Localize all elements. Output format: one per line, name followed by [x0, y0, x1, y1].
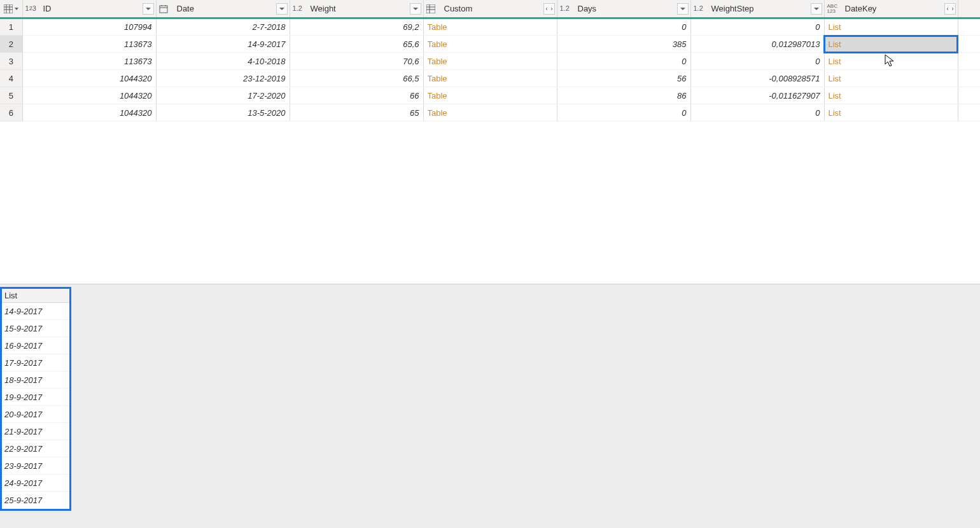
cell-id[interactable]: 1044320: [22, 104, 156, 122]
type-decimal-icon: 1.2: [293, 5, 308, 12]
preview-list-item[interactable]: 22-9-2017: [2, 440, 69, 457]
preview-list-item[interactable]: 21-9-2017: [2, 423, 69, 440]
column-header-weightstep[interactable]: 1.2 WeightStep: [690, 0, 824, 18]
filter-button[interactable]: [410, 3, 421, 15]
cell-id[interactable]: 1044320: [22, 70, 156, 87]
cell-days[interactable]: 385: [557, 36, 690, 53]
row-number[interactable]: 2: [0, 36, 22, 53]
cell-custom-link[interactable]: Table: [428, 91, 447, 101]
cell-weightstep[interactable]: 0: [690, 53, 824, 70]
column-header-datekey[interactable]: ABC123 DateKey: [824, 0, 958, 18]
preview-list-item[interactable]: 18-9-2017: [2, 372, 69, 389]
cell-datekey-link[interactable]: List: [829, 57, 841, 66]
preview-list-item[interactable]: 25-9-2017: [2, 492, 69, 509]
cell-date[interactable]: 17-2-2020: [156, 87, 290, 104]
preview-list-item[interactable]: 23-9-2017: [2, 457, 69, 475]
cell-days[interactable]: 0: [557, 18, 690, 36]
cell-custom[interactable]: Table: [423, 36, 557, 53]
spacer-cell: [958, 87, 980, 104]
preview-list-item[interactable]: 20-9-2017: [2, 406, 69, 423]
preview-list-item[interactable]: 16-9-2017: [2, 337, 69, 354]
row-number[interactable]: 6: [0, 104, 22, 122]
cell-days[interactable]: 86: [557, 87, 690, 104]
preview-list-item[interactable]: 19-9-2017: [2, 389, 69, 406]
cell-weightstep[interactable]: -0,011627907: [690, 87, 824, 104]
cell-date[interactable]: 13-5-2020: [156, 104, 290, 122]
cell-datekey-link[interactable]: List: [829, 74, 841, 83]
preview-list-item[interactable]: 14-9-2017: [2, 303, 69, 320]
cell-weightstep[interactable]: -0,008928571: [690, 70, 824, 87]
cell-id[interactable]: 1044320: [22, 87, 156, 104]
cell-custom[interactable]: Table: [423, 53, 557, 70]
cell-datekey-link[interactable]: List: [829, 22, 841, 32]
cell-id[interactable]: 107994: [22, 18, 156, 36]
table-row[interactable]: 6104432013-5-202065Table00List: [0, 104, 980, 122]
cell-custom-link[interactable]: Table: [428, 108, 447, 118]
table-row[interactable]: 211367314-9-201765,6Table3850,012987013L…: [0, 36, 980, 53]
column-header-days[interactable]: 1.2 Days: [557, 0, 690, 18]
cell-weight[interactable]: 66: [290, 87, 423, 104]
filter-button[interactable]: [143, 3, 154, 15]
cell-custom-link[interactable]: Table: [428, 22, 447, 32]
cell-weightstep[interactable]: 0,012987013: [690, 36, 824, 53]
cell-date[interactable]: 2-7-2018: [156, 18, 290, 36]
row-number[interactable]: 4: [0, 70, 22, 87]
table-row[interactable]: 5104432017-2-202066Table86-0,011627907Li…: [0, 87, 980, 104]
cell-id[interactable]: 113673: [22, 53, 156, 70]
cell-custom[interactable]: Table: [423, 87, 557, 104]
cell-datekey-link[interactable]: List: [829, 108, 841, 118]
cell-custom-link[interactable]: Table: [428, 74, 447, 83]
cell-custom[interactable]: Table: [423, 104, 557, 122]
cell-weightstep[interactable]: 0: [690, 104, 824, 122]
cell-custom[interactable]: Table: [423, 18, 557, 36]
cell-weight[interactable]: 66,5: [290, 70, 423, 87]
cell-datekey[interactable]: List: [824, 36, 958, 53]
preview-list-item[interactable]: 24-9-2017: [2, 475, 69, 492]
row-number[interactable]: 3: [0, 53, 22, 70]
column-header-date[interactable]: Date: [156, 0, 290, 18]
cell-date[interactable]: 14-9-2017: [156, 36, 290, 53]
table-row[interactable]: 11079942-7-201869,2Table00List: [0, 18, 980, 36]
cell-custom-link[interactable]: Table: [428, 57, 447, 66]
cell-days[interactable]: 56: [557, 70, 690, 87]
cell-date[interactable]: 4-10-2018: [156, 53, 290, 70]
table-select-all[interactable]: [0, 0, 22, 18]
preview-list-item[interactable]: 17-9-2017: [2, 354, 69, 372]
cell-datekey[interactable]: List: [824, 104, 958, 122]
cell-id[interactable]: 113673: [22, 36, 156, 53]
preview-list-item[interactable]: 15-9-2017: [2, 320, 69, 337]
table-row[interactable]: 4104432023-12-201966,5Table56-0,00892857…: [0, 70, 980, 87]
preview-header: List: [2, 289, 69, 303]
cell-date[interactable]: 23-12-2019: [156, 70, 290, 87]
cell-weight[interactable]: 65: [290, 104, 423, 122]
data-table: 123 ID Date 1.2 Weight: [0, 0, 980, 122]
cell-datekey-link[interactable]: List: [829, 91, 841, 101]
row-number[interactable]: 1: [0, 18, 22, 36]
cell-datekey-link[interactable]: List: [829, 39, 841, 49]
cell-weight[interactable]: 65,6: [290, 36, 423, 53]
cell-datekey[interactable]: List: [824, 18, 958, 36]
filter-button[interactable]: [811, 3, 822, 15]
preview-list[interactable]: List 14-9-201715-9-201716-9-201717-9-201…: [0, 287, 71, 511]
expand-column-button[interactable]: [543, 3, 555, 15]
expand-column-button[interactable]: [944, 3, 956, 15]
column-header-weight[interactable]: 1.2 Weight: [290, 0, 423, 18]
filter-button[interactable]: [677, 3, 689, 15]
cell-weight[interactable]: 70,6: [290, 53, 423, 70]
svg-rect-6: [160, 6, 167, 13]
filter-button[interactable]: [276, 3, 288, 15]
cell-datekey[interactable]: List: [824, 53, 958, 70]
column-header-id[interactable]: 123 ID: [22, 0, 156, 18]
spacer-cell: [958, 53, 980, 70]
cell-weightstep[interactable]: 0: [690, 18, 824, 36]
cell-days[interactable]: 0: [557, 53, 690, 70]
cell-custom-link[interactable]: Table: [428, 39, 447, 49]
cell-weight[interactable]: 69,2: [290, 18, 423, 36]
column-header-custom[interactable]: Custom: [423, 0, 557, 18]
table-row[interactable]: 31136734-10-201870,6Table00List: [0, 53, 980, 70]
row-number[interactable]: 5: [0, 87, 22, 104]
cell-custom[interactable]: Table: [423, 70, 557, 87]
cell-days[interactable]: 0: [557, 104, 690, 122]
cell-datekey[interactable]: List: [824, 70, 958, 87]
cell-datekey[interactable]: List: [824, 87, 958, 104]
